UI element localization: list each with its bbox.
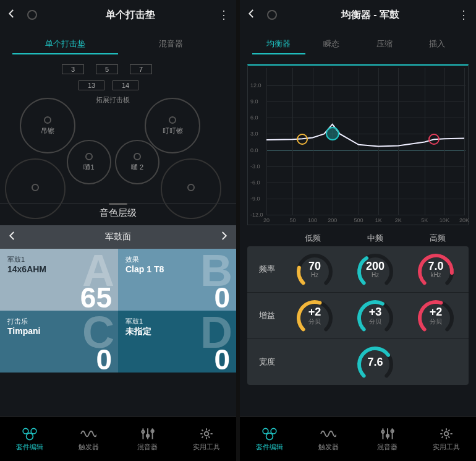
nav-mixer[interactable]: 混音器 bbox=[358, 417, 417, 461]
pad-c[interactable]: 打击乐 Timpani C 0 bbox=[0, 311, 118, 373]
record-indicator-icon bbox=[27, 10, 37, 20]
sliders-icon bbox=[140, 427, 156, 441]
col-high: 高频 bbox=[406, 233, 469, 244]
row-freq: 频率 70Hz 200Hz 7.0kHz bbox=[247, 246, 469, 293]
bottom-nav: 套件编辑 触发器 混音器 实用工具 bbox=[0, 416, 236, 461]
col-low: 低频 bbox=[282, 233, 344, 244]
drum-crash[interactable]: 吊镲 bbox=[20, 98, 75, 153]
nav-mixer[interactable]: 混音器 bbox=[118, 417, 177, 461]
dial-freq-mid[interactable]: 200Hz bbox=[345, 250, 406, 288]
prev-button[interactable] bbox=[0, 230, 25, 244]
chip-5[interactable]: 5 bbox=[96, 64, 118, 74]
chip-14[interactable]: 14 bbox=[113, 80, 138, 90]
dial-freq-high[interactable]: 7.0kHz bbox=[406, 250, 466, 288]
pad-d[interactable]: 军鼓1 未指定 D 0 bbox=[118, 311, 236, 373]
svg-point-2 bbox=[26, 433, 33, 439]
page-title: 单个打击垫 bbox=[43, 9, 218, 22]
sheet-title: 音色层级 bbox=[0, 203, 236, 225]
nav-kit[interactable]: 套件编辑 bbox=[0, 417, 59, 461]
drum-tom2[interactable]: 嗵 2 bbox=[115, 140, 159, 184]
eq-node[interactable] bbox=[297, 134, 308, 145]
chip-label: 拓展打击板 bbox=[96, 95, 130, 105]
tab-single-pad[interactable]: 单个打击垫 bbox=[12, 35, 118, 54]
row-width: 宽度 7.6 bbox=[247, 339, 469, 385]
svg-point-10 bbox=[263, 428, 268, 434]
eq-node[interactable] bbox=[326, 127, 339, 140]
nav-kit[interactable]: 套件编辑 bbox=[240, 417, 299, 461]
dial-gain-low[interactable]: +2分贝 bbox=[284, 296, 345, 335]
dial-grid: 频率 70Hz 200Hz 7.0kHz 增益 +2分贝 +3分贝 +2分贝 bbox=[247, 246, 469, 385]
nav-util[interactable]: 实用工具 bbox=[417, 417, 477, 461]
tab-insert[interactable]: 插入 bbox=[411, 35, 464, 54]
layer-selector: 军鼓面 bbox=[0, 225, 236, 249]
sliders-icon bbox=[380, 427, 396, 441]
right-phone: 均衡器 - 军鼓 ⋮ 均衡器 瞬态 压缩 插入 -12.0-9.0-6.0-3.… bbox=[240, 0, 476, 461]
dial-width[interactable]: 7.6 bbox=[284, 343, 466, 381]
pad-a[interactable]: 军鼓1 14x6AHM A 65 bbox=[0, 249, 118, 311]
chip-13[interactable]: 13 bbox=[79, 80, 104, 90]
chip-3[interactable]: 3 bbox=[62, 64, 84, 74]
svg-point-1 bbox=[31, 428, 36, 434]
nav-trigger[interactable]: 触发器 bbox=[59, 417, 119, 461]
subtabs: 均衡器 瞬态 压缩 插入 bbox=[240, 30, 476, 61]
eq-col-headers: 低频 中频 高频 bbox=[247, 233, 469, 244]
pad-b[interactable]: 效果 Clap 1 T8 B 0 bbox=[118, 249, 236, 311]
header: 单个打击垫 ⋮ bbox=[0, 0, 236, 30]
col-mid: 中频 bbox=[344, 233, 407, 244]
tab-mixer[interactable]: 混音器 bbox=[118, 35, 224, 54]
left-phone: 单个打击垫 ⋮ 单个打击垫 混音器 3 5 7 13 14 拓展打击板 吊镲 叮… bbox=[0, 0, 236, 461]
eq-node[interactable] bbox=[428, 134, 440, 145]
nav-trigger[interactable]: 触发器 bbox=[299, 417, 359, 461]
more-button[interactable]: ⋮ bbox=[457, 8, 470, 22]
back-button[interactable] bbox=[6, 8, 21, 22]
next-button[interactable] bbox=[211, 230, 236, 244]
bottom-nav: 套件编辑 触发器 混音器 实用工具 bbox=[240, 416, 476, 461]
drum-tom1[interactable]: 嗵1 bbox=[67, 140, 111, 184]
tab-transient[interactable]: 瞬态 bbox=[305, 35, 359, 54]
pad-grid: 军鼓1 14x6AHM A 65 效果 Clap 1 T8 B 0 打击乐 Ti… bbox=[0, 249, 236, 373]
record-indicator-icon bbox=[267, 10, 277, 20]
tab-eq[interactable]: 均衡器 bbox=[252, 35, 305, 54]
eq-graph[interactable]: -12.0-9.0-6.0-3.00.03.06.09.012.02050100… bbox=[247, 64, 469, 225]
svg-point-9 bbox=[205, 431, 209, 436]
dial-gain-high[interactable]: +2分贝 bbox=[406, 296, 466, 335]
gear-icon bbox=[198, 427, 215, 441]
dial-freq-low[interactable]: 70Hz bbox=[284, 250, 345, 288]
svg-point-12 bbox=[266, 433, 273, 439]
chip-7[interactable]: 7 bbox=[130, 64, 152, 74]
layer-label: 军鼓面 bbox=[25, 231, 211, 243]
drum-hihat[interactable]: 叮叮镲 bbox=[145, 98, 200, 153]
wave-icon bbox=[80, 427, 96, 441]
gear-icon bbox=[438, 427, 454, 441]
header: 均衡器 - 军鼓 ⋮ bbox=[240, 0, 476, 30]
row-gain: 增益 +2分贝 +3分贝 +2分贝 bbox=[247, 293, 469, 339]
kit-icon bbox=[261, 427, 278, 441]
svg-point-11 bbox=[271, 428, 276, 434]
nav-util[interactable]: 实用工具 bbox=[177, 417, 237, 461]
dial-gain-mid[interactable]: +3分贝 bbox=[345, 296, 406, 335]
svg-point-19 bbox=[444, 431, 449, 436]
page-title: 均衡器 - 军鼓 bbox=[283, 9, 457, 22]
more-button[interactable]: ⋮ bbox=[218, 8, 230, 22]
wave-icon bbox=[320, 427, 336, 441]
drum-layout[interactable]: 3 5 7 13 14 拓展打击板 吊镲 叮叮镲 嗵1 嗵 2 bbox=[0, 61, 236, 203]
subtabs: 单个打击垫 混音器 bbox=[0, 30, 236, 61]
back-button[interactable] bbox=[246, 8, 261, 22]
kit-icon bbox=[22, 427, 38, 441]
tab-comp[interactable]: 压缩 bbox=[358, 35, 411, 54]
svg-point-0 bbox=[23, 428, 28, 434]
